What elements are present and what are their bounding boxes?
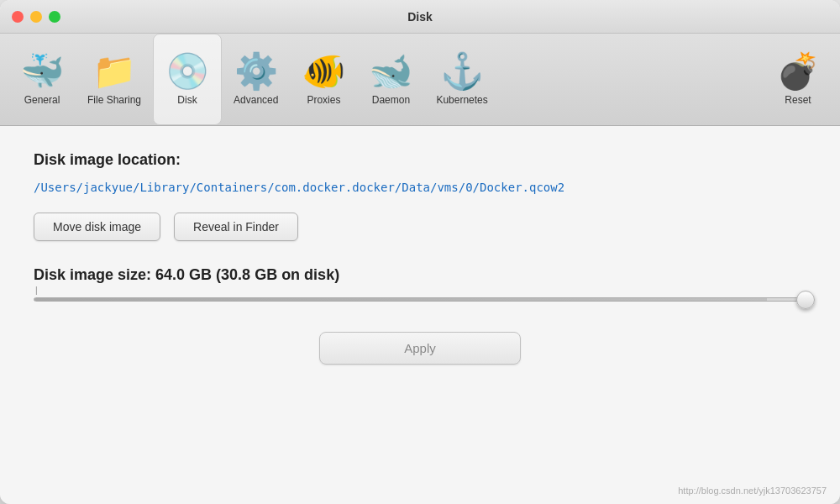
advanced-label: Advanced [234,94,278,106]
tab-daemon[interactable]: 🐋 Daemon [357,34,424,125]
tab-proxies[interactable]: 🐠 Proxies [290,34,357,125]
tab-disk[interactable]: 💿 Disk [153,34,222,125]
general-label: General [24,94,60,106]
watermark: http://blog.csdn.net/yjk13703623757 [678,486,827,496]
proxies-label: Proxies [307,94,340,106]
tab-reset[interactable]: 💣 Reset [764,34,832,125]
apply-button-container: Apply [34,332,806,365]
tab-kubernetes[interactable]: ⚓ Kubernetes [424,34,499,125]
toolbar: 🐳 General 📁 File Sharing 💿 Disk ⚙️ Advan… [0,34,840,126]
file-sharing-label: File Sharing [87,94,141,106]
daemon-icon: 🐋 [369,54,412,89]
tab-general[interactable]: 🐳 General [8,34,76,125]
move-disk-image-button[interactable]: Move disk image [34,213,160,241]
tab-advanced[interactable]: ⚙️ Advanced [222,34,290,125]
slider-min-mark: | [35,286,38,295]
slider-filled [34,298,767,301]
slider-track [34,297,806,302]
maximize-button[interactable] [49,11,60,23]
kubernetes-label: Kubernetes [436,94,487,106]
daemon-label: Daemon [372,94,410,106]
toolbar-spacer [500,34,764,125]
disk-label: Disk [177,94,197,106]
general-icon: 🐳 [20,54,64,89]
window-title: Disk [407,10,433,24]
tab-file-sharing[interactable]: 📁 File Sharing [76,34,153,125]
disk-size-slider-container: | [34,297,806,302]
disk-location-label: Disk image location: [34,151,806,169]
advanced-icon: ⚙️ [234,54,278,89]
proxies-icon: 🐠 [302,54,345,89]
minimize-button[interactable] [30,11,42,23]
slider-thumb[interactable] [796,291,815,309]
apply-button[interactable]: Apply [319,332,521,365]
titlebar-buttons [12,11,60,23]
disk-size-label: Disk image size: 64.0 GB (30.8 GB on dis… [34,266,806,284]
kubernetes-icon: ⚓ [440,54,484,89]
disk-icon: 💿 [165,54,209,89]
close-button[interactable] [12,11,24,23]
reveal-in-finder-button[interactable]: Reveal in Finder [174,213,298,241]
action-buttons: Move disk image Reveal in Finder [34,213,806,241]
reset-label: Reset [785,94,811,106]
disk-path: /Users/jackyue/Library/Containers/com.do… [34,181,806,194]
file-sharing-icon: 📁 [92,54,136,89]
content-area: Disk image location: /Users/jackyue/Libr… [0,126,840,504]
titlebar: Disk [0,0,840,34]
reset-icon: 💣 [776,54,820,89]
